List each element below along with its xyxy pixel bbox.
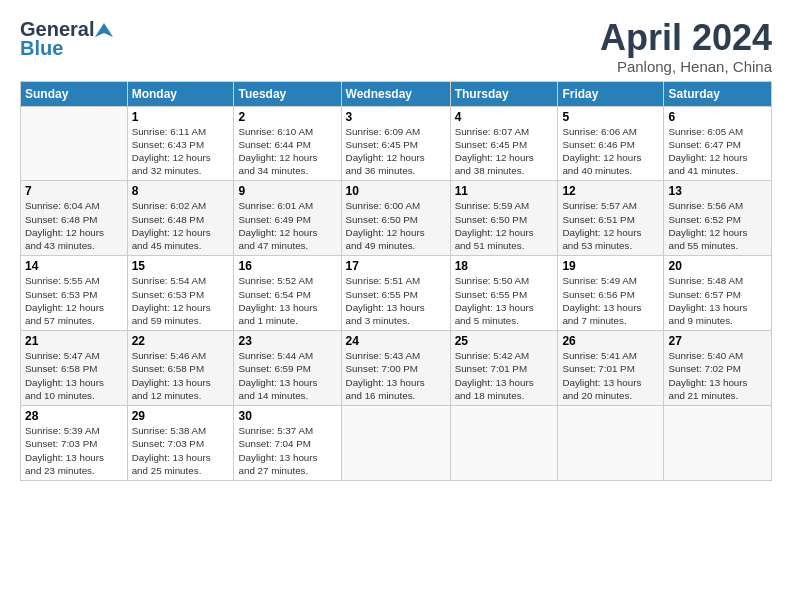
calendar-cell: 26Sunrise: 5:41 AM Sunset: 7:01 PM Dayli… bbox=[558, 331, 664, 406]
day-number: 7 bbox=[25, 184, 123, 198]
day-number: 29 bbox=[132, 409, 230, 423]
logo-blue: Blue bbox=[20, 37, 63, 60]
calendar-cell: 12Sunrise: 5:57 AM Sunset: 6:51 PM Dayli… bbox=[558, 181, 664, 256]
day-info: Sunrise: 6:05 AM Sunset: 6:47 PM Dayligh… bbox=[668, 125, 767, 178]
day-number: 16 bbox=[238, 259, 336, 273]
logo-bird-icon bbox=[95, 21, 113, 39]
calendar-table: Sunday Monday Tuesday Wednesday Thursday… bbox=[20, 81, 772, 481]
day-number: 10 bbox=[346, 184, 446, 198]
calendar-cell bbox=[558, 406, 664, 481]
calendar-cell: 5Sunrise: 6:06 AM Sunset: 6:46 PM Daylig… bbox=[558, 106, 664, 181]
calendar-cell: 13Sunrise: 5:56 AM Sunset: 6:52 PM Dayli… bbox=[664, 181, 772, 256]
calendar-cell bbox=[450, 406, 558, 481]
day-number: 5 bbox=[562, 110, 659, 124]
day-number: 6 bbox=[668, 110, 767, 124]
day-info: Sunrise: 5:43 AM Sunset: 7:00 PM Dayligh… bbox=[346, 349, 446, 402]
week-row-4: 21Sunrise: 5:47 AM Sunset: 6:58 PM Dayli… bbox=[21, 331, 772, 406]
day-number: 28 bbox=[25, 409, 123, 423]
day-number: 3 bbox=[346, 110, 446, 124]
calendar-cell: 18Sunrise: 5:50 AM Sunset: 6:55 PM Dayli… bbox=[450, 256, 558, 331]
calendar-cell: 20Sunrise: 5:48 AM Sunset: 6:57 PM Dayli… bbox=[664, 256, 772, 331]
day-info: Sunrise: 5:44 AM Sunset: 6:59 PM Dayligh… bbox=[238, 349, 336, 402]
calendar-cell: 29Sunrise: 5:38 AM Sunset: 7:03 PM Dayli… bbox=[127, 406, 234, 481]
day-info: Sunrise: 6:04 AM Sunset: 6:48 PM Dayligh… bbox=[25, 199, 123, 252]
day-number: 12 bbox=[562, 184, 659, 198]
day-number: 27 bbox=[668, 334, 767, 348]
calendar-cell: 8Sunrise: 6:02 AM Sunset: 6:48 PM Daylig… bbox=[127, 181, 234, 256]
day-info: Sunrise: 5:49 AM Sunset: 6:56 PM Dayligh… bbox=[562, 274, 659, 327]
day-info: Sunrise: 5:38 AM Sunset: 7:03 PM Dayligh… bbox=[132, 424, 230, 477]
day-info: Sunrise: 5:55 AM Sunset: 6:53 PM Dayligh… bbox=[25, 274, 123, 327]
calendar-cell: 17Sunrise: 5:51 AM Sunset: 6:55 PM Dayli… bbox=[341, 256, 450, 331]
calendar-cell: 16Sunrise: 5:52 AM Sunset: 6:54 PM Dayli… bbox=[234, 256, 341, 331]
day-number: 23 bbox=[238, 334, 336, 348]
day-info: Sunrise: 6:09 AM Sunset: 6:45 PM Dayligh… bbox=[346, 125, 446, 178]
day-number: 15 bbox=[132, 259, 230, 273]
page: General Blue April 2024 Panlong, Henan, … bbox=[0, 0, 792, 491]
day-info: Sunrise: 5:39 AM Sunset: 7:03 PM Dayligh… bbox=[25, 424, 123, 477]
calendar-cell: 19Sunrise: 5:49 AM Sunset: 6:56 PM Dayli… bbox=[558, 256, 664, 331]
day-info: Sunrise: 5:46 AM Sunset: 6:58 PM Dayligh… bbox=[132, 349, 230, 402]
day-info: Sunrise: 6:11 AM Sunset: 6:43 PM Dayligh… bbox=[132, 125, 230, 178]
calendar-cell: 9Sunrise: 6:01 AM Sunset: 6:49 PM Daylig… bbox=[234, 181, 341, 256]
day-number: 11 bbox=[455, 184, 554, 198]
day-info: Sunrise: 5:57 AM Sunset: 6:51 PM Dayligh… bbox=[562, 199, 659, 252]
calendar-cell: 21Sunrise: 5:47 AM Sunset: 6:58 PM Dayli… bbox=[21, 331, 128, 406]
column-header-row: Sunday Monday Tuesday Wednesday Thursday… bbox=[21, 81, 772, 106]
day-info: Sunrise: 5:48 AM Sunset: 6:57 PM Dayligh… bbox=[668, 274, 767, 327]
day-number: 30 bbox=[238, 409, 336, 423]
day-number: 2 bbox=[238, 110, 336, 124]
calendar-cell: 7Sunrise: 6:04 AM Sunset: 6:48 PM Daylig… bbox=[21, 181, 128, 256]
col-thursday: Thursday bbox=[450, 81, 558, 106]
calendar-cell: 25Sunrise: 5:42 AM Sunset: 7:01 PM Dayli… bbox=[450, 331, 558, 406]
day-number: 8 bbox=[132, 184, 230, 198]
month-title: April 2024 bbox=[600, 18, 772, 58]
calendar-cell: 4Sunrise: 6:07 AM Sunset: 6:45 PM Daylig… bbox=[450, 106, 558, 181]
day-number: 9 bbox=[238, 184, 336, 198]
calendar-cell: 23Sunrise: 5:44 AM Sunset: 6:59 PM Dayli… bbox=[234, 331, 341, 406]
calendar-cell bbox=[664, 406, 772, 481]
calendar-cell: 1Sunrise: 6:11 AM Sunset: 6:43 PM Daylig… bbox=[127, 106, 234, 181]
col-sunday: Sunday bbox=[21, 81, 128, 106]
day-number: 18 bbox=[455, 259, 554, 273]
week-row-5: 28Sunrise: 5:39 AM Sunset: 7:03 PM Dayli… bbox=[21, 406, 772, 481]
day-info: Sunrise: 6:06 AM Sunset: 6:46 PM Dayligh… bbox=[562, 125, 659, 178]
day-info: Sunrise: 5:37 AM Sunset: 7:04 PM Dayligh… bbox=[238, 424, 336, 477]
calendar-cell: 14Sunrise: 5:55 AM Sunset: 6:53 PM Dayli… bbox=[21, 256, 128, 331]
col-wednesday: Wednesday bbox=[341, 81, 450, 106]
col-monday: Monday bbox=[127, 81, 234, 106]
calendar-cell: 30Sunrise: 5:37 AM Sunset: 7:04 PM Dayli… bbox=[234, 406, 341, 481]
week-row-1: 1Sunrise: 6:11 AM Sunset: 6:43 PM Daylig… bbox=[21, 106, 772, 181]
day-info: Sunrise: 5:54 AM Sunset: 6:53 PM Dayligh… bbox=[132, 274, 230, 327]
day-info: Sunrise: 5:41 AM Sunset: 7:01 PM Dayligh… bbox=[562, 349, 659, 402]
title-block: April 2024 Panlong, Henan, China bbox=[600, 18, 772, 75]
day-number: 13 bbox=[668, 184, 767, 198]
day-number: 22 bbox=[132, 334, 230, 348]
logo: General Blue bbox=[20, 18, 113, 60]
day-info: Sunrise: 5:40 AM Sunset: 7:02 PM Dayligh… bbox=[668, 349, 767, 402]
calendar-cell: 3Sunrise: 6:09 AM Sunset: 6:45 PM Daylig… bbox=[341, 106, 450, 181]
day-info: Sunrise: 6:07 AM Sunset: 6:45 PM Dayligh… bbox=[455, 125, 554, 178]
calendar-cell: 10Sunrise: 6:00 AM Sunset: 6:50 PM Dayli… bbox=[341, 181, 450, 256]
svg-marker-0 bbox=[95, 23, 113, 37]
day-number: 24 bbox=[346, 334, 446, 348]
calendar-cell bbox=[341, 406, 450, 481]
day-info: Sunrise: 5:59 AM Sunset: 6:50 PM Dayligh… bbox=[455, 199, 554, 252]
day-number: 4 bbox=[455, 110, 554, 124]
day-info: Sunrise: 6:02 AM Sunset: 6:48 PM Dayligh… bbox=[132, 199, 230, 252]
day-number: 26 bbox=[562, 334, 659, 348]
week-row-2: 7Sunrise: 6:04 AM Sunset: 6:48 PM Daylig… bbox=[21, 181, 772, 256]
day-info: Sunrise: 6:10 AM Sunset: 6:44 PM Dayligh… bbox=[238, 125, 336, 178]
day-number: 25 bbox=[455, 334, 554, 348]
col-tuesday: Tuesday bbox=[234, 81, 341, 106]
day-number: 17 bbox=[346, 259, 446, 273]
day-number: 21 bbox=[25, 334, 123, 348]
location: Panlong, Henan, China bbox=[600, 58, 772, 75]
calendar-cell: 22Sunrise: 5:46 AM Sunset: 6:58 PM Dayli… bbox=[127, 331, 234, 406]
day-info: Sunrise: 5:56 AM Sunset: 6:52 PM Dayligh… bbox=[668, 199, 767, 252]
day-info: Sunrise: 5:47 AM Sunset: 6:58 PM Dayligh… bbox=[25, 349, 123, 402]
day-info: Sunrise: 6:01 AM Sunset: 6:49 PM Dayligh… bbox=[238, 199, 336, 252]
day-info: Sunrise: 6:00 AM Sunset: 6:50 PM Dayligh… bbox=[346, 199, 446, 252]
calendar-cell: 27Sunrise: 5:40 AM Sunset: 7:02 PM Dayli… bbox=[664, 331, 772, 406]
day-number: 20 bbox=[668, 259, 767, 273]
